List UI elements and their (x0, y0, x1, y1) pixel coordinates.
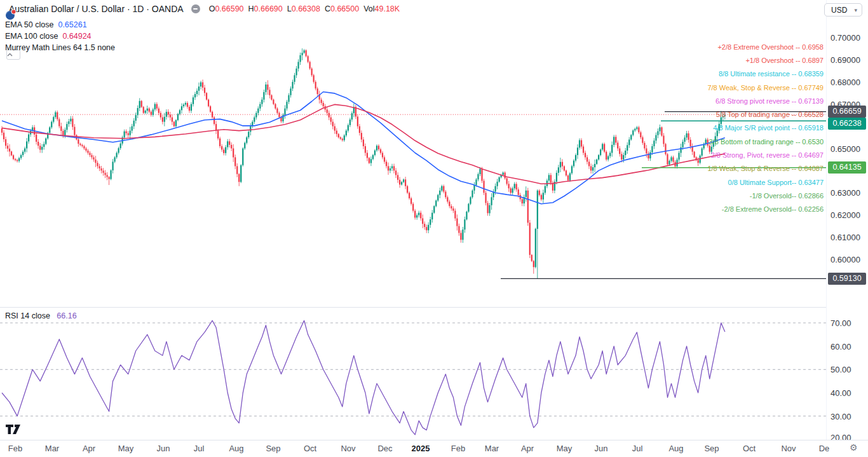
gear-icon[interactable]: ⚙︎ (850, 442, 858, 453)
candle (194, 94, 196, 97)
candle (682, 142, 683, 147)
candle (170, 114, 171, 117)
time-axis-label: Jul (194, 444, 205, 453)
candle (374, 151, 376, 155)
ohlc-values: O0.66590H0.66690L0.66308C0.66500Vol49.18… (209, 4, 405, 13)
candle (447, 197, 448, 201)
candle (426, 227, 427, 230)
candle (85, 149, 86, 151)
candle (611, 145, 613, 153)
candle (265, 85, 266, 92)
candle (380, 149, 381, 153)
candle (108, 177, 109, 179)
candle (346, 131, 347, 136)
candle (267, 85, 268, 90)
candle (707, 140, 709, 146)
candle (5, 139, 6, 146)
candle (636, 127, 637, 128)
candle (577, 147, 578, 155)
candle (187, 103, 188, 107)
candle (336, 131, 337, 134)
rsi-legend[interactable]: RSI 14 close 66.16 (5, 311, 77, 320)
candle (414, 211, 416, 218)
candle (613, 137, 614, 145)
rsi-line (2, 320, 725, 435)
price-axis[interactable]: 0.700000.690000.680000.670000.660000.650… (826, 0, 868, 440)
candle (261, 100, 262, 104)
time-axis[interactable]: ⚙︎ FebMarAprMayJunJulAugSepOctNovDec2025… (0, 440, 868, 457)
candle (401, 182, 402, 184)
candle (11, 151, 12, 155)
legend-row-ema50[interactable]: EMA 50 close0.65261 (5, 19, 404, 31)
candle (598, 155, 599, 160)
candle (644, 143, 645, 149)
candle (630, 135, 632, 139)
candle (22, 152, 24, 155)
candle (468, 204, 469, 212)
candle (13, 155, 14, 159)
candle (219, 139, 220, 146)
candle (499, 177, 500, 182)
currency-dropdown[interactable]: USD ▾ (824, 3, 862, 17)
candle (567, 175, 569, 181)
candle (579, 140, 580, 148)
candle (259, 104, 261, 109)
candle (518, 189, 519, 195)
price-line-badge: 0.66238 (828, 118, 866, 130)
legend-row-murrey[interactable]: Murrey Math Lines 64 1.5 none (5, 42, 404, 53)
candle (663, 135, 664, 144)
candle (702, 149, 703, 156)
candle (541, 195, 542, 200)
candle (164, 117, 165, 122)
legend-minus-circle-icon[interactable] (191, 4, 200, 13)
candle (403, 179, 404, 182)
price-axis-label: 0.61000 (831, 233, 860, 242)
candle (560, 162, 561, 168)
pane-separator[interactable] (0, 307, 868, 308)
murrey-level-label: 6/8 Strong pivot reverse -- 0.67139 (715, 97, 824, 105)
candle (154, 104, 156, 110)
time-axis-label: Oct (743, 444, 756, 453)
candle (410, 198, 412, 204)
candle (191, 104, 192, 111)
candle (397, 175, 398, 180)
candle (327, 109, 328, 113)
candle (64, 130, 65, 135)
candle (78, 139, 79, 144)
candle (128, 133, 129, 135)
candle (295, 69, 297, 75)
murrey-level-label: 0/8 Ultimate Support-- 0.63477 (728, 179, 824, 186)
rsi-value: 66.16 (57, 311, 76, 320)
candle (238, 174, 240, 182)
symbol-title[interactable]: Australian Dollar / U.S. Dollar · 1D · O… (9, 4, 184, 14)
candle (445, 192, 446, 198)
time-axis-label: Sep (704, 444, 719, 453)
candle (126, 132, 127, 133)
rsi-pane[interactable] (0, 308, 826, 440)
candle (564, 167, 565, 171)
candle (233, 149, 234, 158)
candle (628, 140, 630, 146)
candle (473, 185, 475, 191)
candle (655, 135, 656, 141)
candle (36, 135, 37, 142)
candle (51, 122, 52, 128)
murrey-level-label: 2/8 Strong, Pivot, reverse -- 0.64697 (711, 151, 824, 159)
candle (378, 146, 379, 149)
candle (177, 114, 179, 120)
candle (369, 158, 370, 163)
candle (133, 121, 135, 126)
candle (627, 145, 628, 151)
candle (477, 174, 478, 179)
legend-row-ema100[interactable]: EMA 100 close0.64924 (5, 31, 404, 42)
rsi-axis-label: 40.00 (831, 388, 851, 397)
candle (625, 151, 626, 155)
rsi-axis-label: 70.00 (831, 318, 851, 328)
candle (670, 157, 672, 161)
candle (351, 113, 353, 119)
candle (694, 152, 695, 158)
murrey-level-label: +2/8 Extreme Overshoot -- 0.6958 (717, 43, 824, 51)
candle (204, 88, 205, 93)
candle (311, 69, 313, 75)
candle (217, 131, 219, 139)
